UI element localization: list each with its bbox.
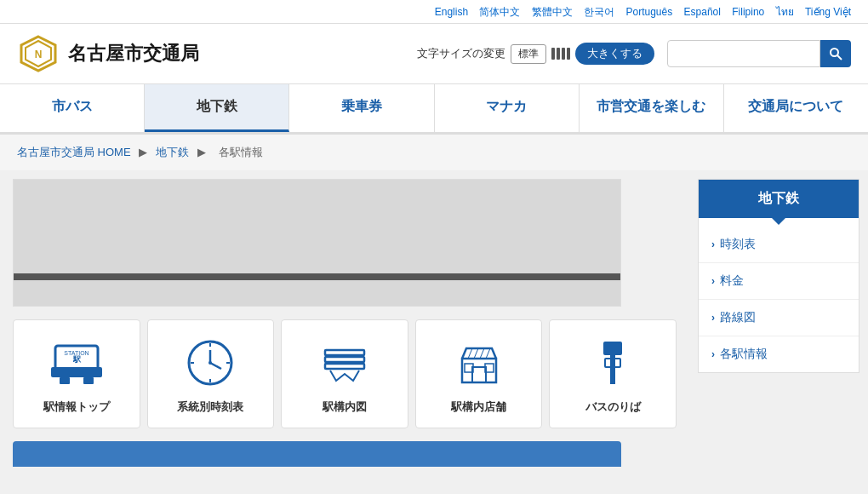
search-input[interactable] [667,40,820,67]
sidebar-section-chikatetsu: 地下鉄 › 時刻表 › 料金 › 路線図 › 各駅情報 [698,179,859,373]
logo-area: N 名古屋市交通局 [17,32,199,75]
station-icon: 駅 STATION [47,333,106,393]
svg-line-4 [837,55,842,60]
svg-rect-10 [83,377,94,384]
tab-chikatetsu[interactable]: 地下鉄 [145,84,289,132]
svg-line-28 [474,348,478,359]
station-cards: 駅 STATION 駅情報トップ [13,319,677,428]
sidebar-link-fare[interactable]: 料金 [720,273,744,289]
card-icon-station: 駅 STATION [47,333,106,393]
breadcrumb-separator-1: ▶ [139,146,151,158]
breadcrumb-current: 各駅情報 [219,146,263,158]
content-area: 駅 STATION 駅情報トップ [0,170,689,475]
header-right: 文字サイズの変更 標準 大きくする [417,40,851,67]
tab-shibus[interactable]: 市バス [0,84,145,132]
svg-rect-19 [325,357,364,362]
lang-vietnamese[interactable]: Tiếng Việt [805,6,851,18]
sidebar-item-timetable[interactable]: › 時刻表 [699,227,859,263]
breadcrumb-chikatetsu[interactable]: 地下鉄 [156,146,189,158]
font-dot-1 [551,48,555,60]
search-area [667,40,851,67]
sidebar-link-stations[interactable]: 各駅情報 [720,347,768,362]
store-icon [449,333,509,393]
svg-rect-9 [60,377,70,384]
lang-traditional-chinese[interactable]: 繁體中文 [532,6,573,18]
font-size-standard-button[interactable]: 標準 [511,44,546,64]
card-label-map: 駅構内図 [323,399,367,415]
svg-rect-22 [462,359,496,382]
clock-icon [180,333,240,393]
lang-korean[interactable]: 한국어 [584,6,614,18]
card-timetable[interactable]: 系統別時刻表 [147,319,275,428]
svg-line-29 [480,348,484,359]
lang-thai[interactable]: ไทย [776,6,794,18]
chevron-icon: › [711,275,715,287]
banner-slider-bar [14,273,620,280]
card-map[interactable]: 駅構内図 [281,319,408,428]
tab-enjoy[interactable]: 市営交通を楽しむ [580,84,724,132]
breadcrumb: 名古屋市交通局 HOME ▶ 地下鉄 ▶ 各駅情報 [0,135,868,170]
font-size-control: 文字サイズの変更 標準 大きくする [417,43,654,65]
svg-point-3 [831,49,838,56]
lang-english[interactable]: English [435,6,468,18]
card-store[interactable]: 駅構内店舗 [415,319,543,428]
card-icon-store [449,333,509,393]
search-button[interactable] [820,40,851,67]
font-dot-2 [557,48,560,60]
bus-stop-icon [583,333,642,393]
svg-line-26 [462,348,466,359]
breadcrumb-separator-2: ▶ [197,146,209,158]
svg-rect-6 [51,367,102,377]
lang-simplified-chinese[interactable]: 简体中文 [479,6,520,18]
card-bus[interactable]: バスのりば [549,319,677,428]
card-label-station-top: 駅情報トップ [43,399,110,415]
tab-about[interactable]: 交通局について [724,84,868,132]
map-icon [315,333,374,393]
svg-line-27 [468,348,472,359]
logo-icon: N [17,32,60,75]
svg-rect-20 [325,364,364,369]
card-icon-bus [583,333,642,393]
blue-section [13,441,621,467]
banner-inner [14,180,620,306]
sidebar: 地下鉄 › 時刻表 › 料金 › 路線図 › 各駅情報 [689,170,868,475]
chevron-icon: › [711,238,715,250]
svg-line-13 [210,363,221,369]
lang-spanish[interactable]: Español [684,6,721,18]
svg-text:STATION: STATION [64,350,89,356]
svg-text:駅: 駅 [71,355,81,364]
sidebar-title: 地下鉄 [699,180,859,218]
lang-filipino[interactable]: Filipino [732,6,764,18]
card-icon-map [315,333,374,393]
sidebar-link-timetable[interactable]: 時刻表 [720,237,756,252]
header: N 名古屋市交通局 文字サイズの変更 標準 大きくする [0,24,868,84]
sidebar-item-route[interactable]: › 路線図 [699,300,859,336]
tab-manaka[interactable]: マナカ [435,84,580,132]
nav-tabs: 市バス 地下鉄 乗車券 マナカ 市営交通を楽しむ 交通局について [0,84,868,135]
lang-portuguese[interactable]: Português [626,6,673,18]
font-size-dots [551,48,570,60]
font-size-label: 文字サイズの変更 [417,46,505,61]
logo-text: 名古屋市交通局 [68,41,199,66]
card-label-bus: バスのりば [585,399,641,415]
svg-line-30 [486,348,490,359]
svg-rect-23 [472,367,486,382]
sidebar-link-route[interactable]: 路線図 [720,310,756,325]
chevron-icon: › [711,312,715,324]
breadcrumb-home[interactable]: 名古屋市交通局 HOME [17,146,131,158]
card-station-top[interactable]: 駅 STATION 駅情報トップ [13,319,140,428]
card-label-store: 駅構内店舗 [451,399,506,415]
svg-text:N: N [35,49,43,60]
sidebar-item-fare[interactable]: › 料金 [699,263,859,300]
main-layout: 駅 STATION 駅情報トップ [0,170,868,475]
font-dot-3 [562,48,565,60]
sidebar-item-stations[interactable]: › 各駅情報 [699,336,859,372]
svg-point-14 [208,361,212,365]
font-size-large-button[interactable]: 大きくする [575,43,654,65]
card-label-timetable: 系統別時刻表 [177,399,243,415]
font-dot-4 [567,48,570,60]
tab-josha[interactable]: 乗車券 [289,84,434,132]
banner-area [13,179,621,307]
chevron-icon: › [711,348,715,360]
svg-rect-21 [325,350,364,355]
